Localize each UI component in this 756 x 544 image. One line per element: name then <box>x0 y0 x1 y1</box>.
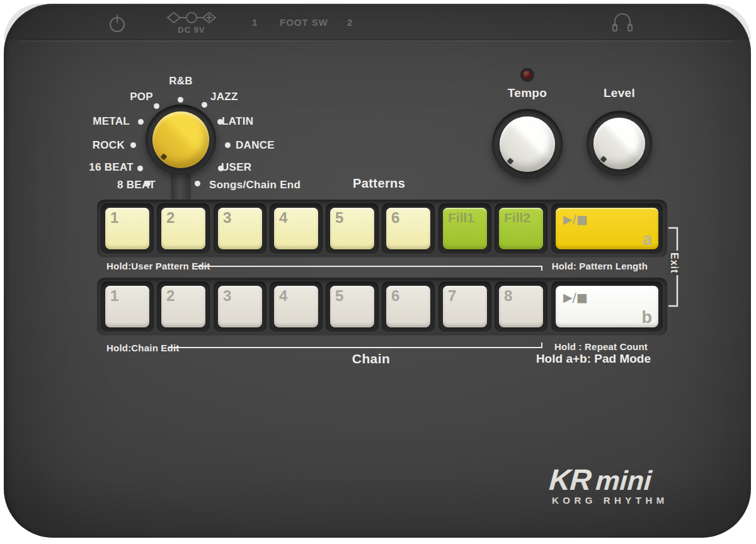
pad-well: ▶/■ b <box>551 281 663 332</box>
patterns-section-label: Patterns <box>353 176 405 191</box>
pad-well: 3 <box>214 203 266 254</box>
genre-dot-8beat <box>145 181 151 186</box>
fill1-pad[interactable]: Fill1 <box>443 208 487 249</box>
pad-well: 3 <box>214 281 266 332</box>
pad-number: 5 <box>335 287 343 305</box>
pad-well: Fill2 <box>495 203 547 254</box>
tempo-knob[interactable] <box>500 116 555 172</box>
genre-dot-rnb <box>178 97 183 103</box>
chain-pad-b8[interactable]: 8 <box>499 286 543 327</box>
level-knob[interactable] <box>593 118 645 169</box>
dc-polarity-icon <box>165 9 218 26</box>
chain-pad-b5[interactable]: 5 <box>330 286 374 327</box>
genre-label-dance: DANCE <box>236 139 275 152</box>
genre-label-rnb: R&B <box>156 75 206 88</box>
pad-number: 8 <box>504 287 512 305</box>
headphone-icon <box>610 10 635 35</box>
genre-dot-rock <box>130 142 136 148</box>
foot-sw-jack-1-label: 1 <box>252 17 258 28</box>
pattern-pad-a2[interactable]: 2 <box>161 208 205 249</box>
genre-dot-latin <box>217 119 223 125</box>
row-b-letter: b <box>642 308 653 327</box>
pad-well: 4 <box>270 203 323 254</box>
play-stop-icon: ▶/■ <box>563 290 588 304</box>
pad-well: 7 <box>438 281 491 332</box>
exit-label: Exit <box>668 251 680 275</box>
genre-label-songs-chain-end: Songs/Chain End <box>209 179 301 191</box>
kr-mini-logo: KRmini <box>548 462 653 497</box>
dc-9v-label: DC 9V <box>165 25 218 35</box>
pattern-pad-a5[interactable]: 5 <box>330 208 374 249</box>
hint-repeat-count: Hold : Repeat Count <box>508 341 648 352</box>
hint-pad-mode: Hold a+b: Pad Mode <box>501 352 651 366</box>
pad-well: 4 <box>270 281 323 332</box>
genre-dot-jazz <box>202 102 207 108</box>
genre-label-16beat: 16 BEAT <box>71 161 134 174</box>
genre-dot-dance <box>225 142 231 148</box>
play-stop-a-button[interactable]: ▶/■ a <box>556 208 658 249</box>
power-button-icon[interactable] <box>107 13 127 34</box>
korg-rhythm-label: KORG RHYTHM <box>552 495 668 506</box>
pad-number: 2 <box>166 287 175 305</box>
pad-number: 5 <box>335 209 343 227</box>
pad-number: 1 <box>110 287 118 305</box>
pad-number: 4 <box>279 209 287 227</box>
hint-pattern-length: Hold: Pattern Length <box>508 261 648 271</box>
level-knob-pointer <box>600 156 607 162</box>
top-panel-ridge <box>20 39 735 42</box>
tempo-led <box>523 71 532 79</box>
chain-pad-b7[interactable]: 7 <box>443 286 487 327</box>
chain-section-label: Chain <box>336 351 406 366</box>
pad-number: 7 <box>448 287 456 305</box>
pattern-pad-a4[interactable]: 4 <box>274 208 318 249</box>
pad-well: 8 <box>495 281 547 332</box>
pad-number: 1 <box>110 209 118 227</box>
pad-well: 5 <box>326 281 379 332</box>
pad-number: 3 <box>223 287 231 305</box>
pad-number: 6 <box>391 287 399 305</box>
hint-line-a <box>194 266 542 267</box>
genre-label-rock: ROCK <box>62 139 125 152</box>
tempo-knob-pointer <box>507 157 513 164</box>
pad-well: 1 <box>101 203 154 254</box>
genre-dot-user <box>218 166 224 171</box>
chain-pad-b1[interactable]: 1 <box>105 286 149 327</box>
pad-number: 3 <box>223 209 231 227</box>
pad-well: 6 <box>382 203 435 254</box>
logo-mini: mini <box>595 465 653 496</box>
chain-row-b-strip: 1 2 3 4 5 6 7 8 ▶/■ b <box>97 278 667 336</box>
fill2-pad[interactable]: Fill2 <box>499 208 543 249</box>
foot-sw-jack-2-label: 2 <box>347 17 353 28</box>
device-body: DC 9V 1 FOOT SW 2 8 BEAT 16 BEAT ROCK ME… <box>4 4 751 538</box>
product-photo-korg-kr-mini: DC 9V 1 FOOT SW 2 8 BEAT 16 BEAT ROCK ME… <box>0 0 756 544</box>
genre-label-jazz: JAZZ <box>210 91 238 103</box>
foot-sw-label: FOOT SW <box>280 17 328 28</box>
logo-kr: KR <box>548 463 592 496</box>
chain-pad-b2[interactable]: 2 <box>161 286 205 327</box>
tempo-led-bezel <box>520 68 534 82</box>
pad-well: Fill1 <box>438 203 491 254</box>
chain-pad-b4[interactable]: 4 <box>274 286 318 327</box>
genre-label-user: USER <box>221 161 251 174</box>
genre-dot-metal <box>138 119 144 125</box>
pad-number: 2 <box>166 209 175 227</box>
genre-dot-pop <box>154 103 159 109</box>
genre-knob-pointer <box>160 153 167 160</box>
play-stop-icon: ▶/■ <box>563 212 588 226</box>
fill2-label: Fill2 <box>504 210 530 225</box>
genre-label-latin: LATIN <box>222 115 253 128</box>
genre-dot-16beat <box>137 166 143 171</box>
pattern-pad-a6[interactable]: 6 <box>386 208 430 249</box>
chain-pad-b3[interactable]: 3 <box>218 286 262 327</box>
pad-well: 2 <box>157 281 210 332</box>
pattern-pad-a3[interactable]: 3 <box>218 208 262 249</box>
chain-pad-b6[interactable]: 6 <box>386 286 430 327</box>
genre-dot-songs <box>195 181 200 186</box>
level-label: Level <box>588 86 651 100</box>
genre-knob[interactable] <box>152 111 209 168</box>
pattern-pad-a1[interactable]: 1 <box>105 208 149 249</box>
pad-number: 6 <box>391 209 399 227</box>
play-stop-b-button[interactable]: ▶/■ b <box>556 286 658 327</box>
tempo-label: Tempo <box>496 86 559 100</box>
row-a-letter: a <box>643 230 652 249</box>
